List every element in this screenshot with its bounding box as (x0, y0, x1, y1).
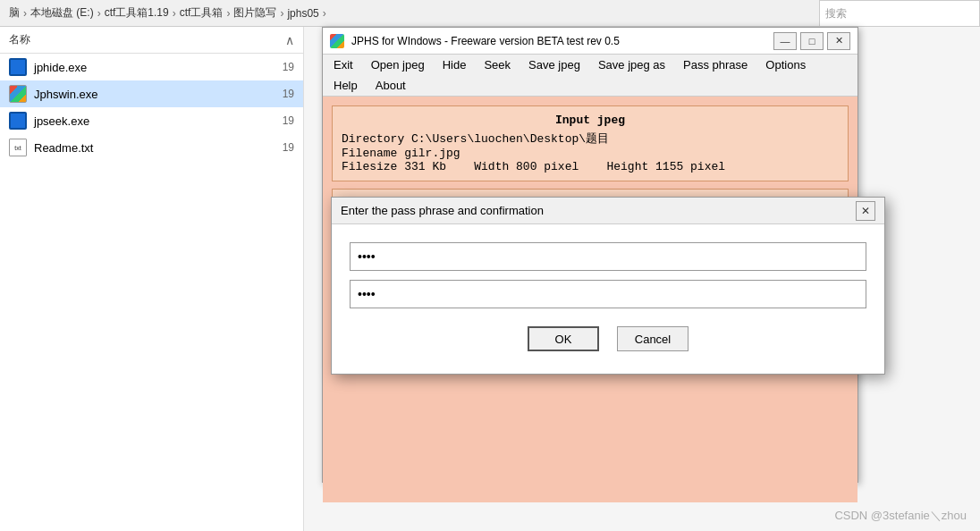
file-date: 19 (283, 141, 294, 154)
input-directory: Directory C:\Users\luochen\Desktop\题目 (342, 131, 839, 147)
menu-seek[interactable]: Seek (477, 56, 518, 73)
passphrase-dialog: Enter the pass phrase and confirmation ✕… (331, 197, 885, 375)
csdn-watermark: CSDN @3stefanie＼zhou (834, 508, 967, 524)
file-icon-txt: txt (9, 139, 27, 156)
breadcrumb-part: 脑 (9, 5, 20, 21)
breadcrumb-separator: › (280, 7, 283, 20)
jphs-title: JPHS for WIndows - Freeware version BETA… (351, 35, 766, 47)
breadcrumb-separator: › (323, 7, 326, 20)
cancel-button[interactable]: Cancel (617, 326, 689, 351)
file-icon-exe-blue (9, 58, 27, 76)
file-list: 名称 ∧ jphide.exe 19 Jphswin.exe 19 jpseek… (0, 27, 304, 531)
file-date: 19 (283, 88, 294, 100)
jphs-menubar-2: Help About (323, 75, 858, 97)
file-item-jpseek[interactable]: jpseek.exe 19 (0, 107, 303, 134)
breadcrumb-part: 本地磁盘 (E:) (30, 5, 94, 21)
breadcrumb-part: jphs05 (287, 7, 318, 20)
file-date: 19 (283, 114, 294, 127)
close-button[interactable]: ✕ (827, 32, 850, 50)
input-jpeg-title: Input jpeg (342, 114, 839, 127)
column-name-label: 名称 (9, 32, 30, 47)
file-icon-multicolor (9, 85, 27, 103)
dialog-title: Enter the pass phrase and confirmation (341, 204, 856, 217)
file-name: Readme.txt (34, 141, 93, 155)
file-name: jphide.exe (34, 61, 87, 74)
file-item-jphswin[interactable]: Jphswin.exe 19 (0, 80, 303, 107)
sort-arrow-icon: ∧ (285, 33, 294, 47)
search-input-container: 搜索 (819, 0, 980, 27)
file-name: Jphswin.exe (34, 88, 98, 101)
maximize-button[interactable]: □ (800, 32, 824, 50)
menu-help[interactable]: Help (326, 77, 365, 94)
file-item-jphide[interactable]: jphide.exe 19 (0, 54, 303, 80)
breadcrumb-separator: › (173, 7, 176, 20)
input-filename: Filename gilr.jpg (342, 147, 839, 160)
file-list-header: 名称 ∧ (0, 27, 303, 54)
jphs-app-icon (330, 34, 344, 48)
passphrase-input-1[interactable] (350, 242, 866, 271)
menu-about[interactable]: About (368, 77, 413, 94)
file-icon-exe-blue-2 (9, 112, 27, 130)
breadcrumb-part: ctf工具箱 (180, 5, 224, 21)
passphrase-input-2[interactable] (350, 280, 866, 308)
breadcrumb-part: 图片隐写 (233, 5, 276, 21)
menu-pass-phrase[interactable]: Pass phrase (676, 56, 755, 73)
breadcrumb-separator: › (226, 7, 230, 20)
breadcrumb-separator: › (23, 7, 27, 20)
ok-button[interactable]: OK (528, 326, 599, 351)
file-name: jpseek.exe (34, 114, 89, 128)
file-explorer: 脑 › 本地磁盘 (E:) › ctf工具箱1.19 › ctf工具箱 › 图片… (0, 0, 980, 531)
minimize-button[interactable]: — (773, 32, 797, 50)
search-label: 搜索 (825, 6, 847, 21)
dialog-buttons: OK Cancel (350, 326, 866, 360)
menu-options[interactable]: Options (758, 56, 813, 73)
breadcrumb-separator: › (97, 7, 101, 20)
menu-save-jpeg-as[interactable]: Save jpeg as (591, 56, 672, 73)
jphs-titlebar: JPHS for WIndows - Freeware version BETA… (323, 28, 858, 55)
menu-open-jpeg[interactable]: Open jpeg (364, 56, 432, 73)
window-controls: — □ ✕ (773, 32, 850, 50)
file-item-readme[interactable]: txt Readme.txt 19 (0, 134, 303, 161)
dialog-body: OK Cancel (332, 224, 884, 374)
input-filesize: Filesize 331 Kb Width 800 pixel Height 1… (342, 160, 839, 173)
dialog-close-button[interactable]: ✕ (856, 201, 875, 221)
jphs-menubar: Exit Open jpeg Hide Seek Save jpeg Save … (323, 55, 858, 76)
breadcrumb-part: ctf工具箱1.19 (105, 5, 169, 21)
input-jpeg-section: Input jpeg Directory C:\Users\luochen\De… (332, 105, 849, 181)
file-date: 19 (283, 61, 294, 73)
right-panel: JPHS for WIndows - Freeware version BETA… (304, 27, 980, 531)
menu-exit[interactable]: Exit (326, 56, 360, 73)
menu-hide[interactable]: Hide (435, 56, 474, 73)
menu-save-jpeg[interactable]: Save jpeg (521, 56, 587, 73)
dialog-titlebar: Enter the pass phrase and confirmation ✕ (332, 198, 884, 224)
